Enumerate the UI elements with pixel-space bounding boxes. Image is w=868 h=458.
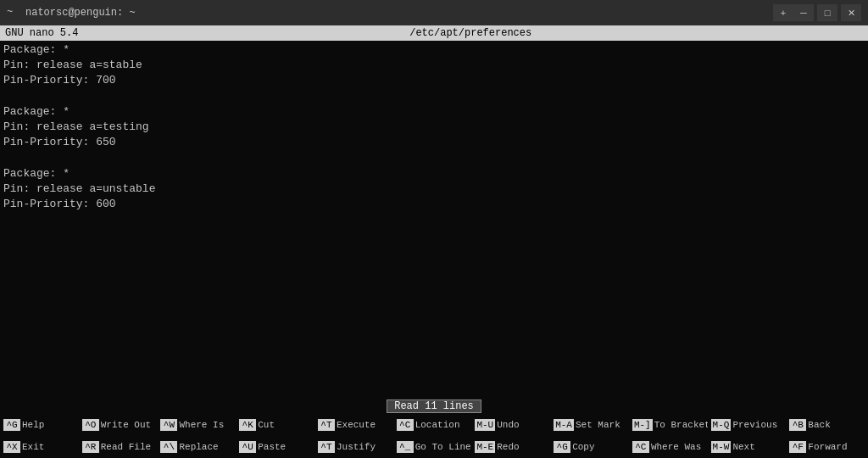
shortcut-label-paste: Paste bbox=[258, 442, 286, 452]
shortcut-key-copy: ^G bbox=[554, 441, 570, 453]
shortcut-forward[interactable]: ^F Forward bbox=[787, 441, 866, 453]
shortcut-justify[interactable]: ^T Justify bbox=[316, 441, 395, 453]
editor-line: Pin: release a=testing bbox=[3, 120, 865, 135]
shortcut-where-was[interactable]: ^C Where Was bbox=[631, 441, 709, 453]
shortcut-redo[interactable]: M-E Redo bbox=[473, 441, 552, 453]
shortcut-label-justify: Justify bbox=[337, 442, 376, 452]
close-button[interactable]: ✕ bbox=[841, 4, 861, 21]
shortcut-label-exit: Exit bbox=[22, 442, 44, 452]
shortcut-key-read-file: ^R bbox=[82, 441, 99, 453]
shortcut-key-paste: ^U bbox=[239, 441, 256, 453]
shortcut-label-undo: Undo bbox=[497, 420, 519, 430]
shortcut-label-next: Next bbox=[732, 442, 754, 452]
shortcut-back[interactable]: ^B Back bbox=[787, 419, 866, 431]
shortcut-key-set-mark: M-A bbox=[554, 419, 574, 431]
shortcut-key-where-is: ^W bbox=[160, 419, 177, 431]
editor-area[interactable]: Package: * Pin: release a=stable Pin-Pri… bbox=[0, 41, 868, 399]
shortcut-undo[interactable]: M-U Undo bbox=[473, 419, 552, 431]
shortcut-exit[interactable]: ^X Exit bbox=[2, 441, 81, 453]
shortcut-label-read-file: Read File bbox=[101, 442, 151, 452]
shortcut-set-mark[interactable]: M-A Set Mark bbox=[552, 419, 631, 431]
editor-line: Pin-Priority: 600 bbox=[3, 197, 865, 212]
shortcut-label-copy: Copy bbox=[572, 442, 594, 452]
shortcut-cut[interactable]: ^K Cut bbox=[237, 419, 316, 431]
nano-top-bar: GNU nano 5.4 /etc/apt/preferences bbox=[0, 25, 868, 41]
shortcut-key-location: ^C bbox=[397, 419, 414, 431]
shortcut-label-cut: Cut bbox=[258, 420, 275, 430]
shortcut-execute[interactable]: ^T Execute bbox=[316, 419, 395, 431]
shortcut-label-help: Help bbox=[22, 420, 44, 430]
terminal-window: ~ natorsc@penguin: ~ + ─ □ ✕ GNU nano 5.… bbox=[0, 0, 868, 458]
new-tab-button[interactable]: + bbox=[773, 4, 793, 21]
shortcut-bar-row1: ^G Help ^O Write Out ^W Where Is ^K Cut … bbox=[0, 414, 868, 436]
shortcut-key-to-bracket: M-] bbox=[632, 419, 653, 431]
editor-line: Pin-Priority: 650 bbox=[3, 135, 865, 150]
shortcut-go-to-line[interactable]: ^_ Go To Line bbox=[395, 441, 474, 453]
shortcut-key-exit: ^X bbox=[3, 441, 20, 453]
shortcut-where-is[interactable]: ^W Where Is bbox=[159, 419, 237, 431]
maximize-button[interactable]: □ bbox=[817, 4, 837, 21]
shortcut-key-redo: M-E bbox=[475, 441, 495, 453]
title-bar: ~ natorsc@penguin: ~ + ─ □ ✕ bbox=[0, 0, 868, 25]
shortcut-key-go-to-line: ^_ bbox=[397, 441, 414, 453]
shortcut-label-where-is: Where Is bbox=[179, 420, 224, 430]
shortcut-key-help: ^G bbox=[3, 419, 20, 431]
editor-line: Pin-Priority: 700 bbox=[3, 73, 865, 88]
editor-line: Pin: release a=stable bbox=[3, 58, 865, 73]
shortcut-key-forward: ^F bbox=[789, 441, 806, 453]
shortcut-label-previous: Previous bbox=[732, 420, 777, 430]
shortcut-previous[interactable]: M-Q Previous bbox=[709, 419, 788, 431]
shortcut-key-write-out: ^O bbox=[82, 419, 99, 431]
shortcut-write-out[interactable]: ^O Write Out bbox=[81, 419, 159, 431]
shortcut-key-cut: ^K bbox=[239, 419, 256, 431]
shortcut-key-undo: M-U bbox=[475, 419, 495, 431]
shortcut-key-back: ^B bbox=[789, 419, 806, 431]
editor-line: Package: * bbox=[3, 42, 865, 58]
shortcut-key-execute: ^T bbox=[318, 419, 335, 431]
shortcut-label-redo: Redo bbox=[497, 442, 519, 452]
shortcut-label-write-out: Write Out bbox=[101, 420, 151, 430]
terminal-icon: ~ bbox=[7, 6, 20, 20]
shortcut-key-replace: ^\ bbox=[160, 441, 177, 453]
shortcut-key-where-was: ^C bbox=[632, 441, 649, 453]
shortcut-label-back: Back bbox=[808, 420, 830, 430]
shortcut-label-where-was: Where Was bbox=[651, 442, 701, 452]
shortcut-replace[interactable]: ^\ Replace bbox=[159, 441, 237, 453]
editor-line: Package: * bbox=[3, 166, 865, 182]
shortcut-read-file[interactable]: ^R Read File bbox=[81, 441, 159, 453]
shortcut-key-justify: ^T bbox=[318, 441, 335, 453]
status-bar: Read 11 lines bbox=[0, 399, 868, 414]
shortcut-label-forward: Forward bbox=[808, 442, 847, 452]
shortcut-label-to-bracket: To Bracket bbox=[654, 420, 708, 430]
shortcut-bar-row2: ^X Exit ^R Read File ^\ Replace ^U Paste… bbox=[0, 436, 868, 458]
shortcut-label-go-to-line: Go To Line bbox=[415, 442, 471, 452]
status-message: Read 11 lines bbox=[387, 399, 481, 413]
editor-line bbox=[3, 150, 865, 165]
nano-version: GNU nano 5.4 bbox=[5, 27, 78, 39]
minimize-button[interactable]: ─ bbox=[793, 4, 814, 21]
window-controls: ─ □ ✕ bbox=[793, 4, 861, 21]
shortcut-to-bracket[interactable]: M-] To Bracket bbox=[631, 419, 709, 431]
shortcut-copy[interactable]: ^G Copy bbox=[552, 441, 631, 453]
shortcut-key-previous: M-Q bbox=[711, 419, 732, 431]
shortcut-label-set-mark: Set Mark bbox=[576, 420, 620, 430]
shortcut-help[interactable]: ^G Help bbox=[2, 419, 81, 431]
shortcut-location[interactable]: ^C Location bbox=[395, 419, 474, 431]
shortcut-label-replace: Replace bbox=[179, 442, 218, 452]
editor-line: Pin: release a=unstable bbox=[3, 182, 865, 197]
tab-title: natorsc@penguin: ~ bbox=[25, 7, 773, 19]
shortcut-paste[interactable]: ^U Paste bbox=[237, 441, 316, 453]
nano-filename: /etc/apt/preferences bbox=[78, 27, 863, 39]
shortcut-label-location: Location bbox=[415, 420, 460, 430]
editor-line bbox=[3, 89, 865, 104]
shortcut-key-next: M-W bbox=[711, 441, 732, 453]
editor-line: Package: * bbox=[3, 104, 865, 120]
shortcut-label-execute: Execute bbox=[337, 420, 376, 430]
shortcut-next[interactable]: M-W Next bbox=[709, 441, 788, 453]
